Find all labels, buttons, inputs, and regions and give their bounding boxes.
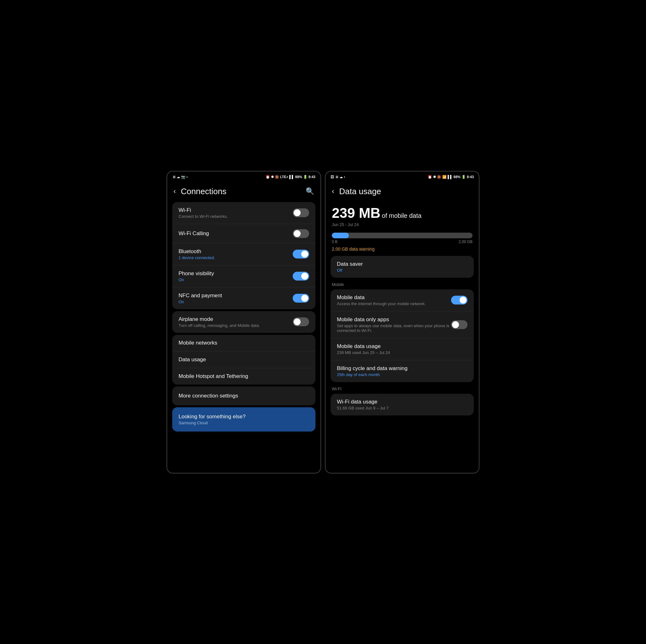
wifi-calling-toggle[interactable] <box>293 229 309 238</box>
status-right-info: ⏰ ✱ 🔕 LTE+ ▌▌ 88% 🔋 8:43 <box>265 175 315 179</box>
search-button[interactable]: 🔍 <box>306 187 314 196</box>
data-summary-section: 239 MB of mobile data Jun 25 - Jul 24 <box>326 200 479 230</box>
airplane-subtitle: Turn off calling, messaging, and Mobile … <box>179 323 293 328</box>
mobile-hotspot-title: Mobile Hotspot and Tethering <box>179 373 309 380</box>
looking-banner-subtitle: Samsung Cloud <box>179 420 309 425</box>
wifi-section-label: Wi-Fi <box>326 383 479 392</box>
more-connection-settings-card[interactable]: More connection settings <box>172 386 315 405</box>
status-icons-left: 🖥 ☁ 📷 • <box>172 175 188 179</box>
nfc-subtitle: On <box>179 299 293 304</box>
page-title: Connections <box>181 186 306 197</box>
mobile-hotspot-text: Mobile Hotspot and Tethering <box>179 373 309 380</box>
data-progress-container: 0 B 2.00 GB <box>326 230 479 245</box>
wifi-toggle[interactable] <box>293 208 309 217</box>
mobile-hotspot-item[interactable]: Mobile Hotspot and Tethering <box>172 368 315 385</box>
bluetooth-subtitle: 1 device connected. <box>179 255 293 260</box>
left-phone-screen: 🖥 ☁ 📷 • ⏰ ✱ 🔕 LTE+ ▌▌ 88% 🔋 8:43 ‹ Conne… <box>167 171 321 474</box>
wifi-text: Wi-Fi Connect to Wi-Fi networks. <box>179 207 293 219</box>
mobile-data-only-text: Mobile data only apps Set apps to always… <box>337 316 451 333</box>
bluetooth-item[interactable]: Bluetooth 1 device connected. <box>172 243 315 265</box>
bluetooth-toggle-knob <box>301 251 308 258</box>
wifi-calling-item[interactable]: Wi-Fi Calling <box>172 224 315 243</box>
wifi-toggle-knob <box>294 209 301 216</box>
mobile-data-toggle[interactable] <box>451 296 467 304</box>
phone-visibility-title: Phone visibility <box>179 270 293 277</box>
mobile-networks-title: Mobile networks <box>179 340 309 346</box>
mobile-data-only-item[interactable]: Mobile data only apps Set apps to always… <box>331 311 474 338</box>
data-saver-card: Data saver Off <box>331 256 474 278</box>
right-status-icons-left: 🖼 🖥 ☁ • <box>331 175 345 179</box>
mobile-data-toggle-knob <box>459 297 466 303</box>
airplane-toggle[interactable] <box>293 317 309 326</box>
mobile-data-only-title: Mobile data only apps <box>337 316 451 323</box>
phone-visibility-toggle-knob <box>301 273 308 280</box>
nfc-toggle[interactable] <box>293 294 309 302</box>
data-usage-header: ‹ Data usage <box>326 181 479 200</box>
main-settings-group: Wi-Fi Connect to Wi-Fi networks. Wi-Fi C… <box>172 202 315 309</box>
data-of-label: of mobile data <box>382 212 422 219</box>
airplane-toggle-knob <box>294 318 301 325</box>
looking-banner-title: Looking for something else? <box>179 414 309 420</box>
wifi-data-usage-subtitle: 51.69 GB used Jun 9 – Jul 7 <box>337 406 467 410</box>
data-usage-item[interactable]: Data usage <box>172 352 315 368</box>
airplane-text: Airplane mode Turn off calling, messagin… <box>179 316 293 328</box>
mobile-data-only-toggle-knob <box>452 321 459 328</box>
airplane-title: Airplane mode <box>179 316 293 323</box>
mobile-data-only-subtitle: Set apps to always use mobile data, even… <box>337 324 451 333</box>
bluetooth-toggle[interactable] <box>293 250 309 258</box>
data-usage-back-button[interactable]: ‹ <box>332 187 334 196</box>
wifi-item[interactable]: Wi-Fi Connect to Wi-Fi networks. <box>172 202 315 224</box>
right-status-bar: 🖼 🖥 ☁ • ⏰ ✱ 🔕 📶 ▌▌ 88% 🔋 8:43 <box>326 171 479 181</box>
phone-visibility-toggle[interactable] <box>293 272 309 280</box>
mobile-section-label: Mobile <box>326 279 479 288</box>
mobile-items-card: Mobile data Access the internet through … <box>331 289 474 382</box>
right-screen-content: ‹ Data usage 239 MB of mobile data Jun 2… <box>326 181 479 473</box>
menu-items-group: Mobile networks Data usage Mobile Hotspo… <box>172 335 315 385</box>
data-usage-text: Data usage <box>179 357 309 363</box>
looking-banner[interactable]: Looking for something else? Samsung Clou… <box>172 407 315 431</box>
mobile-data-usage-item[interactable]: Mobile data usage 239 MB used Jun 25 – J… <box>331 338 474 360</box>
billing-cycle-item[interactable]: Billing cycle and data warning 25th day … <box>331 360 474 382</box>
back-button[interactable]: ‹ <box>174 187 176 196</box>
mobile-networks-item[interactable]: Mobile networks <box>172 335 315 352</box>
data-period: Jun 25 - Jul 24 <box>332 222 472 227</box>
data-saver-item[interactable]: Data saver Off <box>331 256 474 278</box>
wifi-data-usage-title: Wi-Fi data usage <box>337 399 467 405</box>
bluetooth-title: Bluetooth <box>179 248 293 255</box>
data-warning-text: 2.00 GB data warning <box>326 245 479 255</box>
data-usage-page-title: Data usage <box>339 186 472 197</box>
nfc-item[interactable]: NFC and payment On <box>172 287 315 309</box>
nfc-toggle-knob <box>301 295 308 302</box>
airplane-group: Airplane mode Turn off calling, messagin… <box>172 311 315 333</box>
mobile-networks-text: Mobile networks <box>179 340 309 346</box>
mobile-data-item[interactable]: Mobile data Access the internet through … <box>331 289 474 311</box>
mobile-data-title: Mobile data <box>337 294 451 301</box>
wifi-calling-toggle-knob <box>294 230 301 237</box>
data-range-start: 0 B <box>332 240 337 244</box>
right-status-time-battery: ⏰ ✱ 🔕 📶 ▌▌ 88% 🔋 8:43 <box>428 175 474 179</box>
data-amount-row: 239 MB of mobile data <box>332 205 472 221</box>
right-status-left: 🖼 🖥 ☁ • <box>331 175 345 179</box>
data-saver-text: Data saver Off <box>337 261 467 273</box>
bluetooth-text: Bluetooth 1 device connected. <box>179 248 293 260</box>
connections-header: ‹ Connections 🔍 <box>167 181 320 200</box>
phone-visibility-text: Phone visibility On <box>179 270 293 282</box>
billing-cycle-subtitle: 25th day of each month <box>337 372 467 377</box>
data-progress-labels: 0 B 2.00 GB <box>332 240 472 244</box>
data-usage-title: Data usage <box>179 357 309 363</box>
mobile-data-only-toggle[interactable] <box>451 320 467 329</box>
mobile-data-subtitle: Access the internet through your mobile … <box>337 301 451 306</box>
wifi-data-usage-item[interactable]: Wi-Fi data usage 51.69 GB used Jun 9 – J… <box>331 394 474 415</box>
data-saver-subtitle: Off <box>337 268 467 273</box>
airplane-item[interactable]: Airplane mode Turn off calling, messagin… <box>172 311 315 333</box>
wifi-title: Wi-Fi <box>179 207 293 214</box>
phone-visibility-subtitle: On <box>179 277 293 282</box>
nfc-title: NFC and payment <box>179 292 293 299</box>
data-range-end: 2.00 GB <box>459 240 472 244</box>
billing-cycle-text: Billing cycle and data warning 25th day … <box>337 365 467 377</box>
more-connection-settings-title: More connection settings <box>179 393 309 399</box>
phone-visibility-item[interactable]: Phone visibility On <box>172 265 315 287</box>
wifi-data-usage-text: Wi-Fi data usage 51.69 GB used Jun 9 – J… <box>337 399 467 410</box>
mobile-data-usage-text: Mobile data usage 239 MB used Jun 25 – J… <box>337 343 467 355</box>
right-status-right: ⏰ ✱ 🔕 📶 ▌▌ 88% 🔋 8:43 <box>428 175 474 179</box>
